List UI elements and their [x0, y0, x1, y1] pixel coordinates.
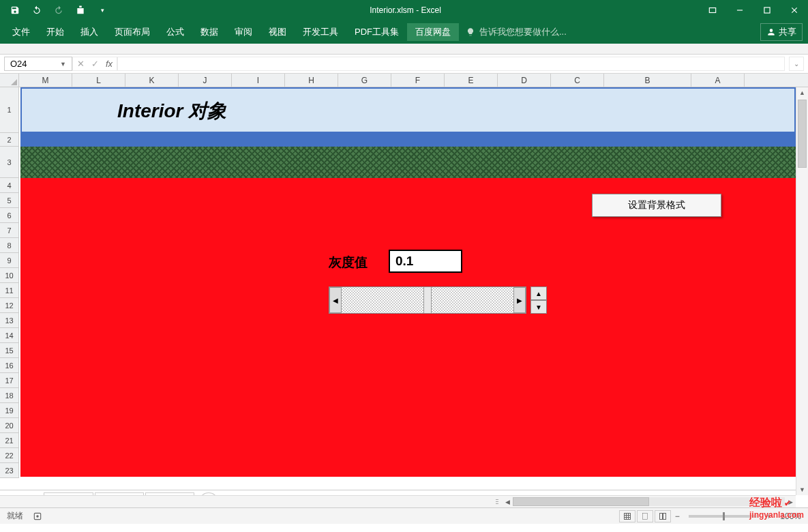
- scrollbar-track-left[interactable]: [342, 287, 423, 313]
- cell-canvas[interactable]: Interior 对象 设置背景格式 灰度值 0.1 ◀ ▶: [19, 87, 796, 495]
- scrollbar-left-arrow[interactable]: ◀: [329, 287, 342, 313]
- maximize-button[interactable]: [753, 0, 781, 20]
- touch-button[interactable]: [71, 2, 90, 18]
- scrollbar-track[interactable]: [342, 287, 513, 313]
- row-head-13[interactable]: 13: [0, 313, 19, 328]
- name-box[interactable]: O24 ▼: [4, 57, 72, 71]
- row-head-18[interactable]: 18: [0, 388, 19, 403]
- box-icon: [708, 5, 717, 15]
- tab-insert[interactable]: 插入: [72, 23, 106, 41]
- col-head-J[interactable]: J: [179, 74, 232, 87]
- zoom-out-button[interactable]: −: [672, 512, 682, 521]
- scrollbar-right-arrow[interactable]: ▶: [513, 287, 526, 313]
- gray-value-box: 0.1: [389, 250, 462, 273]
- tab-baidu[interactable]: 百度网盘: [407, 23, 459, 41]
- spin-button-control[interactable]: ▲ ▼: [530, 286, 547, 314]
- row-head-6[interactable]: 6: [0, 208, 19, 223]
- save-button[interactable]: [5, 2, 25, 18]
- tab-home[interactable]: 开始: [38, 23, 72, 41]
- col-head-E[interactable]: E: [445, 74, 498, 87]
- col-head-C[interactable]: C: [551, 74, 604, 87]
- col-head-A[interactable]: A: [691, 74, 745, 87]
- qat-customize[interactable]: ▾: [93, 2, 112, 18]
- tell-me[interactable]: 告诉我您想要做什么...: [466, 26, 567, 38]
- share-button[interactable]: 共享: [760, 23, 803, 41]
- close-button[interactable]: [781, 0, 808, 20]
- enter-icon[interactable]: ✓: [91, 59, 99, 69]
- tab-split-handle[interactable]: [494, 498, 500, 505]
- row-head-3[interactable]: 3: [0, 147, 19, 178]
- view-pagebreak-button[interactable]: [655, 510, 671, 522]
- formula-tools: ✕ ✓ fx: [72, 57, 117, 71]
- spin-up[interactable]: ▲: [530, 286, 547, 300]
- col-head-K[interactable]: K: [125, 74, 179, 87]
- row-head-14[interactable]: 14: [0, 328, 19, 343]
- set-background-button[interactable]: 设置背景格式: [592, 194, 721, 217]
- scrollbar-thumb[interactable]: [423, 287, 432, 313]
- col-head-H[interactable]: H: [285, 74, 338, 87]
- view-pagelayout-button[interactable]: [637, 510, 653, 522]
- row-head-7[interactable]: 7: [0, 223, 19, 238]
- row-head-4[interactable]: 4: [0, 178, 19, 193]
- zoom-slider-thumb[interactable]: [723, 512, 725, 520]
- minimize-button[interactable]: [726, 0, 753, 20]
- col-head-L[interactable]: L: [72, 74, 125, 87]
- row-head-16[interactable]: 16: [0, 358, 19, 373]
- tab-review[interactable]: 审阅: [226, 23, 260, 41]
- vertical-scrollbar[interactable]: ▲ ▼: [796, 87, 808, 495]
- row-head-21[interactable]: 21: [0, 433, 19, 448]
- col-head-D[interactable]: D: [498, 74, 551, 87]
- zoom-slider[interactable]: [689, 515, 757, 518]
- cancel-icon[interactable]: ✕: [77, 59, 85, 69]
- tab-pdf[interactable]: PDF工具集: [346, 23, 407, 41]
- gray-value-text: 0.1: [395, 254, 413, 269]
- chevron-down-icon[interactable]: ▼: [60, 61, 66, 68]
- tab-developer[interactable]: 开发工具: [295, 23, 346, 41]
- horizontal-scrollbar[interactable]: ◀ ▶: [0, 495, 796, 507]
- scroll-up-arrow[interactable]: ▲: [796, 87, 808, 98]
- row-head-23[interactable]: 23: [0, 463, 19, 478]
- col-head-I[interactable]: I: [232, 74, 285, 87]
- row-head-8[interactable]: 8: [0, 238, 19, 253]
- scrollbar-control[interactable]: ◀ ▶: [329, 286, 526, 314]
- h-scroll-left[interactable]: ◀: [502, 496, 513, 507]
- ribbon-options-button[interactable]: [699, 0, 726, 20]
- v-scroll-thumb[interactable]: [798, 100, 807, 168]
- row-head-9[interactable]: 9: [0, 253, 19, 268]
- row-head-5[interactable]: 5: [0, 193, 19, 208]
- row-head-15[interactable]: 15: [0, 343, 19, 358]
- row-head-12[interactable]: 12: [0, 298, 19, 313]
- tab-view[interactable]: 视图: [260, 23, 295, 41]
- row-head-1[interactable]: 1: [0, 87, 19, 133]
- tab-pagelayout[interactable]: 页面布局: [106, 23, 158, 41]
- col-head-B[interactable]: B: [604, 74, 691, 87]
- view-normal-button[interactable]: [619, 510, 635, 522]
- row-head-11[interactable]: 11: [0, 283, 19, 298]
- tab-data[interactable]: 数据: [192, 23, 226, 41]
- redo-icon: [54, 5, 63, 15]
- row-head-22[interactable]: 22: [0, 448, 19, 463]
- redo-button[interactable]: [49, 2, 68, 18]
- col-head-G[interactable]: G: [338, 74, 391, 87]
- ribbon-tabs: 文件 开始 插入 页面布局 公式 数据 审阅 视图 开发工具 PDF工具集 百度…: [0, 20, 808, 44]
- row-head-2[interactable]: 2: [0, 133, 19, 147]
- macro-record-icon[interactable]: [33, 512, 42, 521]
- spin-down[interactable]: ▼: [530, 300, 547, 314]
- undo-button[interactable]: [27, 2, 46, 18]
- tab-formulas[interactable]: 公式: [158, 23, 192, 41]
- select-all-corner[interactable]: [0, 74, 19, 87]
- row-head-20[interactable]: 20: [0, 418, 19, 433]
- row-head-19[interactable]: 19: [0, 403, 19, 418]
- row-head-10[interactable]: 10: [0, 268, 19, 283]
- scroll-down-arrow[interactable]: ▼: [796, 484, 808, 495]
- col-head-M[interactable]: M: [19, 74, 72, 87]
- row-head-17[interactable]: 17: [0, 373, 19, 388]
- fx-icon[interactable]: fx: [106, 59, 113, 69]
- h-scroll-track[interactable]: [513, 497, 785, 506]
- tab-file[interactable]: 文件: [4, 23, 38, 41]
- col-head-F[interactable]: F: [391, 74, 445, 87]
- scrollbar-track-right[interactable]: [432, 287, 513, 313]
- formula-input[interactable]: [117, 57, 785, 71]
- formula-expand[interactable]: ⌄: [789, 57, 804, 71]
- h-scroll-thumb[interactable]: [513, 497, 649, 506]
